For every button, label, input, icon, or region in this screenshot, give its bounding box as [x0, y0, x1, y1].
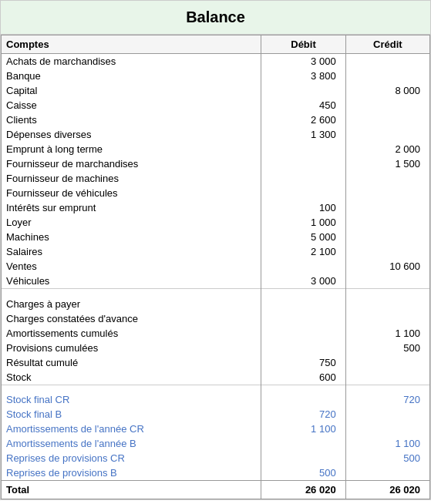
page-title: Balance	[1, 1, 430, 35]
row-credit: 1 100	[345, 326, 429, 341]
row-debit	[261, 156, 345, 171]
header-debit: Débit	[261, 35, 345, 54]
balance-table: Comptes Débit Crédit Achats de marchandi…	[1, 35, 430, 499]
row-debit	[261, 326, 345, 341]
row-credit	[345, 54, 429, 69]
row-debit: 3 000	[261, 54, 345, 69]
table-row: Charges à payer	[2, 297, 430, 311]
row-debit: 450	[261, 98, 345, 113]
row-credit	[345, 171, 429, 186]
row-credit	[345, 186, 429, 200]
table-row: Fournisseur de véhicules	[2, 186, 430, 200]
row-debit	[261, 451, 345, 465]
table-row: Résultat cumulé750	[2, 355, 430, 370]
table-row: Stock final CR720	[2, 392, 430, 407]
footer-credit: 26 020	[345, 481, 429, 499]
row-credit: 10 600	[345, 259, 429, 274]
row-debit: 720	[261, 407, 345, 422]
row-compte: Fournisseur de machines	[2, 171, 261, 186]
balance-container: Balance Comptes Débit Crédit Achats de m…	[0, 0, 431, 500]
row-credit	[345, 69, 429, 83]
row-compte: Reprises de provisions CR	[2, 451, 261, 465]
row-credit: 8 000	[345, 83, 429, 98]
row-debit	[261, 259, 345, 274]
footer-label: Total	[2, 481, 261, 499]
row-credit	[345, 127, 429, 142]
row-compte: Amortissements de l'année B	[2, 436, 261, 451]
table-row: Véhicules3 000	[2, 274, 430, 289]
row-compte: Amortissements cumulés	[2, 326, 261, 341]
row-debit: 100	[261, 200, 345, 215]
table-row: Intérêts sur emprunt100	[2, 200, 430, 215]
row-debit: 3 000	[261, 274, 345, 289]
row-debit: 1 100	[261, 422, 345, 436]
row-compte: Capital	[2, 83, 261, 98]
row-debit	[261, 142, 345, 156]
row-compte: Charges constatées d'avance	[2, 311, 261, 326]
row-debit: 3 800	[261, 69, 345, 83]
row-debit	[261, 297, 345, 311]
row-debit	[261, 341, 345, 355]
table-row: Clients2 600	[2, 113, 430, 127]
row-credit: 2 000	[345, 142, 429, 156]
table-row: Amortissements de l'année CR1 100	[2, 422, 430, 436]
table-row: Amortissements cumulés1 100	[2, 326, 430, 341]
row-debit: 750	[261, 355, 345, 370]
row-credit	[345, 465, 429, 481]
row-compte: Achats de marchandises	[2, 54, 261, 69]
row-debit	[261, 436, 345, 451]
row-debit: 600	[261, 370, 345, 385]
row-credit	[345, 355, 429, 370]
row-compte: Caisse	[2, 98, 261, 113]
row-compte: Charges à payer	[2, 297, 261, 311]
row-compte: Banque	[2, 69, 261, 83]
row-debit	[261, 186, 345, 200]
row-compte: Emprunt à long terme	[2, 142, 261, 156]
row-compte: Reprises de provisions B	[2, 465, 261, 481]
row-debit	[261, 392, 345, 407]
row-credit	[345, 274, 429, 289]
row-debit	[261, 83, 345, 98]
table-row: Dépenses diverses1 300	[2, 127, 430, 142]
row-compte: Stock final CR	[2, 392, 261, 407]
row-compte: Véhicules	[2, 274, 261, 289]
header-credit: Crédit	[345, 35, 429, 54]
table-row: Provisions cumulées500	[2, 341, 430, 355]
row-compte: Machines	[2, 230, 261, 244]
row-credit	[345, 407, 429, 422]
row-credit	[345, 200, 429, 215]
row-compte: Stock final B	[2, 407, 261, 422]
row-compte: Loyer	[2, 215, 261, 230]
row-credit	[345, 422, 429, 436]
row-compte: Amortissements de l'année CR	[2, 422, 261, 436]
row-credit	[345, 297, 429, 311]
row-credit	[345, 230, 429, 244]
row-debit: 1 000	[261, 215, 345, 230]
table-header-row: Comptes Débit Crédit	[2, 35, 430, 54]
row-compte: Salaires	[2, 244, 261, 259]
row-credit	[345, 370, 429, 385]
row-credit	[345, 311, 429, 326]
row-compte: Clients	[2, 113, 261, 127]
table-row: Fournisseur de machines	[2, 171, 430, 186]
row-credit	[345, 215, 429, 230]
row-compte: Intérêts sur emprunt	[2, 200, 261, 215]
table-row: Emprunt à long terme2 000	[2, 142, 430, 156]
row-credit: 1 500	[345, 156, 429, 171]
row-debit	[261, 311, 345, 326]
row-debit	[261, 171, 345, 186]
row-compte: Dépenses diverses	[2, 127, 261, 142]
table-row: Stock final B720	[2, 407, 430, 422]
row-debit: 2 100	[261, 244, 345, 259]
row-debit: 500	[261, 465, 345, 481]
table-row: Stock600	[2, 370, 430, 385]
table-row: Ventes10 600	[2, 259, 430, 274]
table-row: Fournisseur de marchandises1 500	[2, 156, 430, 171]
table-row: Achats de marchandises3 000	[2, 54, 430, 69]
row-compte: Ventes	[2, 259, 261, 274]
table-row: Reprises de provisions CR500	[2, 451, 430, 465]
row-debit: 2 600	[261, 113, 345, 127]
row-compte: Fournisseur de marchandises	[2, 156, 261, 171]
row-credit	[345, 113, 429, 127]
row-debit: 1 300	[261, 127, 345, 142]
